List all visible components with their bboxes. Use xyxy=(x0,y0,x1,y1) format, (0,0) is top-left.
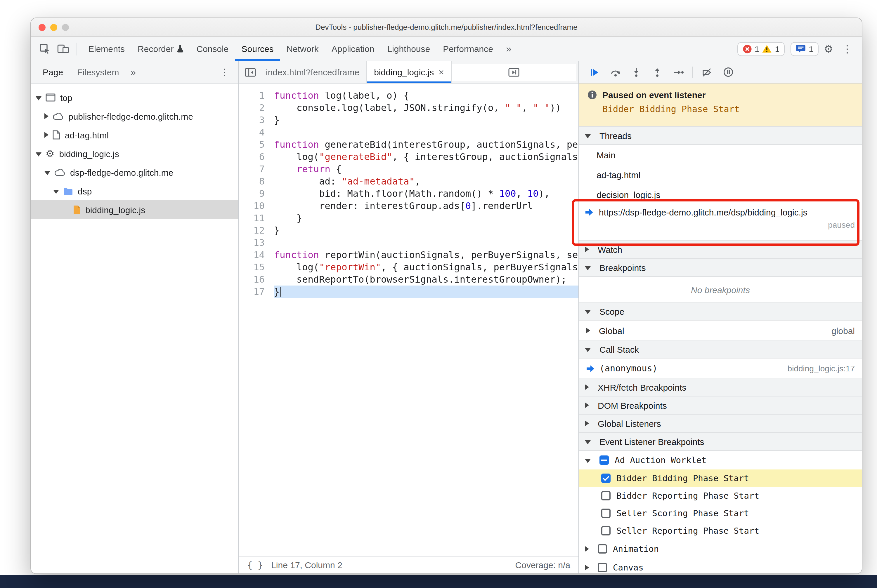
thread-item-decision-logic-js[interactable]: decision_logic.js xyxy=(579,184,862,204)
code-text[interactable]: function generateBid(interestGroup, auct… xyxy=(274,138,578,151)
editor-tab-index-html-fencedframe[interactable]: index.html?fencedframe xyxy=(259,61,367,83)
line-number[interactable]: 6 xyxy=(239,151,274,163)
code-text[interactable]: } xyxy=(274,212,578,224)
code-text[interactable] xyxy=(274,126,578,138)
tree-item-top[interactable]: top xyxy=(31,88,238,107)
editor-tab-bidding-logic-js[interactable]: bidding_logic.js× xyxy=(367,61,452,83)
code-text[interactable]: function reportWin(auctionSignals, perBu… xyxy=(274,249,578,261)
devtools-tab-sources[interactable]: Sources xyxy=(235,37,280,61)
navigator-menu-icon[interactable]: ⋮ xyxy=(216,61,233,83)
elb-item-bidder-reporting-phase-start[interactable]: Bidder Reporting Phase Start xyxy=(579,487,862,504)
zoom-window-button[interactable] xyxy=(62,24,69,31)
collapse-arrow-icon[interactable] xyxy=(44,113,48,119)
scope-global-row[interactable]: Global global xyxy=(579,321,862,340)
code-text[interactable]: } xyxy=(274,224,578,237)
tree-item-publisher-fledge-demo-glitch-me[interactable]: publisher-fledge-demo.glitch.me xyxy=(31,107,238,126)
pause-on-exceptions-icon[interactable] xyxy=(720,64,736,80)
thread-item-active[interactable]: https://dsp-fledge-demo.glitch.me/dsp/bi… xyxy=(579,204,862,241)
inspect-element-icon[interactable] xyxy=(36,40,53,57)
threads-section-header[interactable]: Threads xyxy=(579,126,862,145)
code-text[interactable]: sendReportTo(browserSignals.interestGrou… xyxy=(274,273,578,285)
more-tabs-icon[interactable]: » xyxy=(499,37,518,61)
line-number[interactable]: 16 xyxy=(239,273,274,285)
devtools-tab-performance[interactable]: Performance xyxy=(436,37,499,61)
step-into-icon[interactable] xyxy=(628,64,644,80)
checkbox-unchecked[interactable] xyxy=(601,508,611,518)
expand-arrow-icon[interactable] xyxy=(53,189,59,194)
elb-group-animation[interactable]: Animation xyxy=(579,540,862,558)
settings-gear-icon[interactable]: ⚙ xyxy=(820,40,837,57)
deactivate-breakpoints-icon[interactable] xyxy=(699,64,715,80)
devtools-tab-console[interactable]: Console xyxy=(190,37,235,61)
line-number[interactable]: 1 xyxy=(239,89,274,102)
tab-filesystem[interactable]: Filesystem xyxy=(71,61,125,83)
tree-item-dsp[interactable]: dsp xyxy=(31,182,238,200)
devtools-tab-lighthouse[interactable]: Lighthouse xyxy=(381,37,436,61)
thread-item-main[interactable]: Main xyxy=(579,145,862,165)
code-text[interactable]: return { xyxy=(274,163,578,175)
checkbox-unchecked[interactable] xyxy=(601,526,611,536)
code-text[interactable]: ad: "ad-metadata", xyxy=(274,175,578,188)
open-more-tabs-icon[interactable] xyxy=(452,63,576,81)
code-text[interactable]: bid: Math.floor(Math.random() * 100, 10)… xyxy=(274,188,578,200)
elb-group-canvas[interactable]: Canvas xyxy=(579,558,862,573)
dom-breakpoints-section-header[interactable]: DOM Breakpoints xyxy=(579,396,862,415)
breakpoints-section-header[interactable]: Breakpoints xyxy=(579,258,862,277)
scope-section-header[interactable]: Scope xyxy=(579,302,862,321)
more-panel-tabs-icon[interactable]: » xyxy=(127,61,139,83)
collapse-arrow-icon[interactable] xyxy=(44,132,48,138)
devtools-tab-recorder[interactable]: Recorder xyxy=(131,37,190,61)
step-over-icon[interactable] xyxy=(607,64,623,80)
line-number[interactable]: 10 xyxy=(239,200,274,212)
elb-item-seller-reporting-phase-start[interactable]: Seller Reporting Phase Start xyxy=(579,522,862,540)
watch-section-header[interactable]: Watch xyxy=(579,240,862,259)
device-toolbar-icon[interactable] xyxy=(54,40,72,57)
code-text[interactable]: } xyxy=(274,285,578,298)
elb-item-bidder-bidding-phase-start[interactable]: Bidder Bidding Phase Start xyxy=(579,470,862,487)
toggle-navigator-icon[interactable] xyxy=(241,63,259,81)
line-number[interactable]: 13 xyxy=(239,237,274,249)
line-number[interactable]: 17 xyxy=(239,285,274,298)
format-code-icon[interactable]: { } xyxy=(247,560,263,570)
global-listeners-section-header[interactable]: Global Listeners xyxy=(579,414,862,433)
call-stack-frame[interactable]: (anonymous) bidding_logic.js:17 xyxy=(579,358,862,378)
line-number[interactable]: 3 xyxy=(239,114,274,126)
collapse-arrow-icon[interactable] xyxy=(586,328,590,333)
event-listener-breakpoints-section-header[interactable]: Event Listener Breakpoints xyxy=(579,432,862,451)
minimize-window-button[interactable] xyxy=(50,24,57,31)
tree-item-dsp-fledge-demo-glitch-me[interactable]: dsp-fledge-demo.glitch.me xyxy=(31,163,238,182)
expand-arrow-icon[interactable] xyxy=(36,96,42,100)
checkbox-unchecked[interactable] xyxy=(598,563,607,572)
line-number[interactable]: 11 xyxy=(239,212,274,224)
collapse-arrow-icon[interactable] xyxy=(585,546,589,552)
close-window-button[interactable] xyxy=(39,24,45,31)
code-text[interactable]: function log(label, o) { xyxy=(274,89,578,102)
close-tab-icon[interactable]: × xyxy=(438,67,444,77)
line-number[interactable]: 9 xyxy=(239,188,274,200)
elb-group-ad-auction-worklet[interactable]: Ad Auction Worklet xyxy=(579,451,862,470)
checkbox-unchecked[interactable] xyxy=(598,544,607,554)
line-number[interactable]: 2 xyxy=(239,102,274,114)
xhr-breakpoints-section-header[interactable]: XHR/fetch Breakpoints xyxy=(579,378,862,396)
console-status-badges[interactable]: 1 1 xyxy=(737,42,785,56)
line-number[interactable]: 14 xyxy=(239,249,274,261)
expand-arrow-icon[interactable] xyxy=(36,152,42,156)
code-text[interactable]: render: interestGroup.ads[0].renderUrl xyxy=(274,200,578,212)
line-number[interactable]: 4 xyxy=(239,126,274,138)
collapse-arrow-icon[interactable] xyxy=(585,565,589,570)
checkbox-unchecked[interactable] xyxy=(601,491,611,500)
tab-page[interactable]: Page xyxy=(37,61,69,83)
code-text[interactable]: log("generateBid", { interestGroup, auct… xyxy=(274,151,578,163)
line-number[interactable]: 12 xyxy=(239,224,274,237)
code-text[interactable]: log("reportWin", { auctionSignals, perBu… xyxy=(274,261,578,273)
window-titlebar[interactable]: DevTools - publisher-fledge-demo.glitch.… xyxy=(31,18,862,37)
code-text[interactable]: console.log(label, JSON.stringify(o, " "… xyxy=(274,102,578,114)
line-number[interactable]: 7 xyxy=(239,163,274,175)
code-text[interactable]: } xyxy=(274,114,578,126)
checkbox-indeterminate[interactable] xyxy=(599,456,609,465)
tree-item-bidding-logic-js[interactable]: ⚙bidding_logic.js xyxy=(31,144,238,163)
expand-arrow-icon[interactable] xyxy=(585,459,591,463)
call-stack-location[interactable]: bidding_logic.js:17 xyxy=(788,364,855,373)
line-number[interactable]: 5 xyxy=(239,138,274,151)
devtools-tab-network[interactable]: Network xyxy=(280,37,325,61)
